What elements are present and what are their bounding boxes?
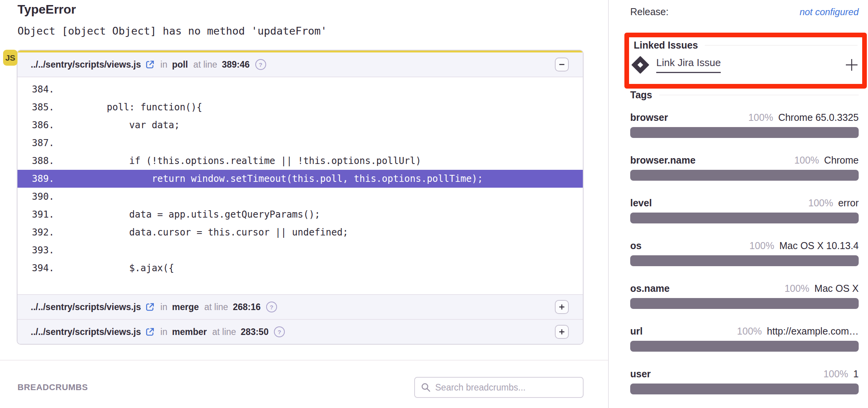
line-number: 392. (17, 223, 84, 241)
exception-type-title: TypeError (17, 2, 76, 17)
open-source-file-icon[interactable] (145, 327, 155, 337)
tag-key-link[interactable]: os (630, 240, 641, 251)
tag-distribution-bar (630, 127, 859, 138)
code-line: 384. (17, 80, 583, 98)
tag-distribution-bar (630, 341, 859, 352)
tag-value: http://example.com… (767, 326, 859, 337)
tag-key-link[interactable]: browser (630, 112, 668, 123)
code-line: 391. data = app.utils.getQueryParams(); (17, 206, 583, 223)
tag-distribution-bar (630, 170, 859, 181)
line-number: 385. (17, 98, 84, 116)
help-question-icon[interactable]: ? (266, 302, 277, 312)
linked-issues-heading: Linked Issues (634, 40, 698, 51)
tags-section-header: Tags (630, 89, 859, 101)
tag-value: Chrome (824, 155, 859, 166)
tag-row: browser100%Chrome 65.0.3325 (630, 112, 859, 138)
tag-row: user100%1 (630, 368, 859, 394)
line-code: data = app.utils.getQueryParams(); (84, 206, 320, 223)
help-question-icon[interactable]: ? (255, 59, 266, 70)
expand-frame-button[interactable] (555, 325, 569, 339)
tag-key-link[interactable]: url (630, 326, 643, 337)
tag-value-group: 100%error (808, 197, 859, 209)
tag-key-link[interactable]: level (630, 197, 652, 209)
code-line: 387. (17, 134, 583, 152)
line-code: return window.setTimeout(this.poll, this… (84, 170, 483, 188)
tag-line: os.name100%Mac OS X (630, 283, 859, 294)
frame-at-line-label: at line (212, 327, 236, 337)
frame-at-line-label: at line (193, 59, 217, 70)
link-jira-issue-link[interactable]: Link Jira Issue (656, 57, 721, 73)
tag-value-group: 100%http://example.com… (737, 326, 859, 337)
line-code: var data; (84, 116, 180, 134)
breadcrumbs-heading: BREADCRUMBS (17, 382, 88, 392)
tag-percent: 100% (794, 155, 819, 166)
breadcrumbs-search-input[interactable] (434, 382, 577, 393)
tag-percent: 100% (823, 368, 848, 379)
stack-frame-header-merge[interactable]: ../../sentry/scripts/views.js in merge a… (17, 294, 583, 319)
jira-icon (631, 56, 649, 74)
code-line: 392. data.cursor = this.cursor || undefi… (17, 223, 583, 241)
tag-line: user100%1 (630, 368, 859, 380)
frame-file-path: ../../sentry/scripts/views.js (31, 59, 141, 70)
line-number: 391. (17, 206, 84, 223)
line-number: 388. (17, 152, 84, 170)
collapse-frame-button[interactable] (555, 58, 569, 71)
code-line: 385. poll: function(){ (17, 98, 583, 116)
tag-value-group: 100%Mac OS X 10.13.4 (749, 240, 859, 251)
line-code: poll: function(){ (84, 98, 202, 116)
tag-value: Chrome 65.0.3325 (778, 112, 859, 123)
tag-percent: 100% (737, 326, 762, 337)
breadcrumbs-search[interactable] (414, 377, 584, 398)
open-source-file-icon[interactable] (145, 59, 155, 70)
code-line: 393. (17, 241, 583, 259)
line-number: 387. (17, 134, 84, 152)
tag-distribution-bar (630, 255, 859, 266)
frame-in-label: in (160, 327, 167, 337)
frame-at-line-label: at line (204, 302, 228, 312)
tag-row: level100%error (630, 197, 859, 223)
help-question-icon[interactable]: ? (274, 326, 285, 337)
code-line-highlighted: 389. return window.setTimeout(this.poll,… (17, 170, 583, 188)
code-block: 384.385. poll: function(){386. var data;… (17, 77, 583, 294)
plus-icon (844, 58, 859, 72)
tag-line: browser100%Chrome 65.0.3325 (630, 112, 859, 123)
exception-message: Object [object Object] has no method 'up… (17, 25, 327, 37)
stack-frame-header-member[interactable]: ../../sentry/scripts/views.js in member … (17, 319, 583, 344)
line-code: $.ajax({ (84, 259, 174, 277)
release-row: Release: not configured (630, 6, 859, 17)
heading-rule (705, 45, 858, 45)
stacktrace: ../../sentry/scripts/views.js in poll at… (17, 50, 584, 345)
line-number: 393. (17, 241, 84, 259)
code-line: 386. var data; (17, 116, 583, 134)
tag-row: os100%Mac OS X 10.13.4 (630, 240, 859, 266)
tag-percent: 100% (748, 112, 773, 123)
tag-value-group: 100%Mac OS X (784, 283, 859, 294)
code-line: 388. if (!this.options.realtime || !this… (17, 152, 583, 170)
release-not-configured-link[interactable]: not configured (800, 7, 859, 17)
open-source-file-icon[interactable] (145, 302, 155, 312)
tags-heading: Tags (630, 89, 652, 101)
tag-key-link[interactable]: user (630, 368, 651, 380)
tag-row: os.name100%Mac OS X (630, 283, 859, 309)
frame-function-name: merge (172, 302, 199, 312)
frame-file-path: ../../sentry/scripts/views.js (31, 302, 141, 312)
frame-function-name: poll (172, 59, 188, 70)
tag-key-link[interactable]: os.name (630, 283, 669, 294)
tag-line: level100%error (630, 197, 859, 209)
expand-frame-button[interactable] (555, 300, 569, 314)
add-linked-issue-button[interactable] (844, 58, 859, 72)
tag-key-link[interactable]: browser.name (630, 155, 695, 166)
frame-in-label: in (160, 59, 167, 70)
tag-line: os100%Mac OS X 10.13.4 (630, 240, 859, 251)
tag-row: url100%http://example.com… (630, 326, 859, 352)
tag-value-group: 100%1 (823, 368, 859, 380)
tags-list: browser100%Chrome 65.0.3325browser.name1… (630, 112, 859, 408)
frame-line-number: 268:16 (233, 302, 261, 312)
tag-row: browser.name100%Chrome (630, 155, 859, 181)
code-line: 394. $.ajax({ (17, 259, 583, 277)
tag-distribution-bar (630, 213, 859, 223)
line-code: if (!this.options.realtime || !this.opti… (84, 152, 421, 170)
line-number: 390. (17, 188, 84, 206)
search-icon (420, 382, 431, 393)
tag-value-group: 100%Chrome (794, 155, 859, 166)
